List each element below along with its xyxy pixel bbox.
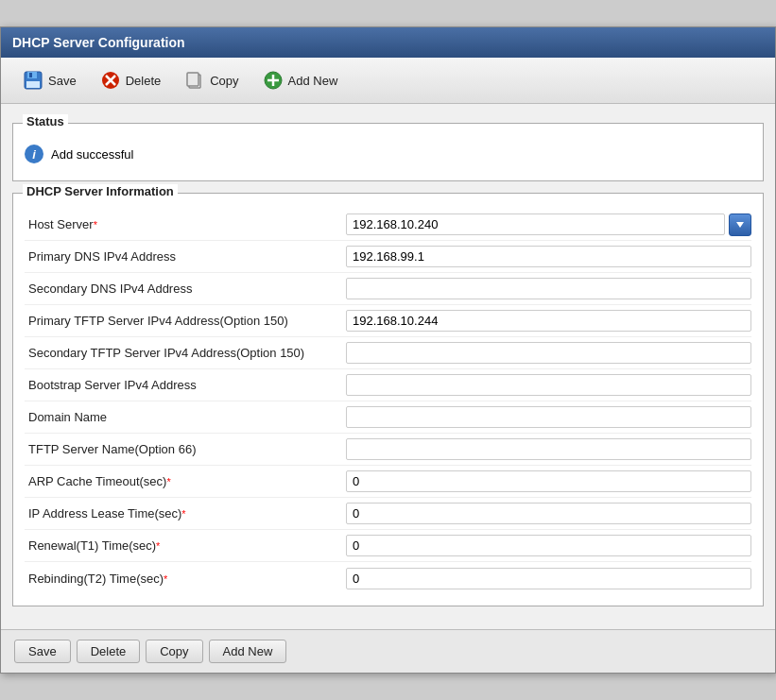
status-message: Add successful bbox=[51, 147, 133, 162]
field-primary-dns: Primary DNS IPv4 Address bbox=[25, 241, 751, 273]
dhcp-section-title: DHCP Server Information bbox=[23, 184, 178, 198]
renewal-t1-input[interactable] bbox=[346, 535, 751, 556]
field-domain-name: Domain Name bbox=[25, 401, 751, 434]
status-row: i Add successful bbox=[25, 139, 751, 169]
copy-icon bbox=[183, 69, 206, 92]
field-rebinding-t2: Rebinding(T2) Time(sec)* bbox=[25, 562, 751, 594]
dhcp-info-section: DHCP Server Information Host Server* bbox=[12, 193, 764, 606]
save-label-bottom: Save bbox=[28, 644, 57, 658]
label-ip-lease-time: IP Address Lease Time(sec)* bbox=[25, 501, 346, 526]
tftp-server-name-input[interactable] bbox=[346, 438, 751, 460]
value-tftp-server-name bbox=[346, 435, 751, 464]
value-renewal-t1 bbox=[346, 531, 751, 560]
save-button-bottom[interactable]: Save bbox=[14, 640, 71, 663]
field-secondary-tftp: Secondary TFTP Server IPv4 Address(Optio… bbox=[25, 337, 751, 369]
host-server-input[interactable] bbox=[346, 213, 725, 235]
top-toolbar: Save Delete Copy bbox=[1, 58, 775, 104]
delete-label: Delete bbox=[126, 74, 162, 88]
svg-rect-8 bbox=[187, 73, 198, 86]
rebinding-t2-input[interactable] bbox=[346, 568, 751, 589]
label-rebinding-t2: Rebinding(T2) Time(sec)* bbox=[25, 566, 346, 591]
label-secondary-tftp: Secondary TFTP Server IPv4 Address(Optio… bbox=[25, 340, 346, 366]
svg-rect-3 bbox=[29, 73, 32, 77]
status-content: i Add successful bbox=[13, 124, 763, 180]
ip-lease-time-input[interactable] bbox=[346, 503, 751, 524]
save-button[interactable]: Save bbox=[12, 65, 86, 95]
value-ip-lease-time bbox=[346, 499, 751, 528]
bootstrap-server-input[interactable] bbox=[346, 374, 751, 396]
svg-marker-12 bbox=[736, 222, 744, 228]
field-renewal-t1: Renewal(T1) Time(sec)* bbox=[25, 530, 751, 562]
field-arp-cache-timeout: ARP Cache Timeout(sec)* bbox=[25, 466, 751, 498]
secondary-dns-input[interactable] bbox=[346, 278, 751, 299]
main-window: DHCP Server Configuration Save bbox=[0, 26, 776, 674]
arp-cache-timeout-input[interactable] bbox=[346, 470, 751, 492]
copy-button-top[interactable]: Copy bbox=[174, 65, 248, 95]
required-marker-lease: * bbox=[181, 508, 185, 520]
svg-rect-2 bbox=[26, 81, 40, 88]
value-arp-cache-timeout bbox=[346, 467, 751, 496]
bottom-toolbar: Save Delete Copy Add New bbox=[1, 629, 775, 673]
label-host-server: Host Server* bbox=[25, 212, 346, 237]
copy-button-bottom[interactable]: Copy bbox=[146, 640, 202, 663]
copy-label-top: Copy bbox=[210, 74, 238, 88]
label-arp-cache-timeout: ARP Cache Timeout(sec)* bbox=[25, 469, 346, 494]
label-primary-tftp: Primary TFTP Server IPv4 Address(Option … bbox=[25, 308, 346, 333]
label-primary-dns: Primary DNS IPv4 Address bbox=[25, 244, 346, 269]
label-tftp-server-name: TFTP Server Name(Option 66) bbox=[25, 436, 346, 462]
delete-button-bottom[interactable]: Delete bbox=[77, 640, 141, 663]
secondary-tftp-input[interactable] bbox=[346, 342, 751, 364]
addnew-label-top: Add New bbox=[288, 74, 338, 88]
value-primary-tftp bbox=[346, 306, 751, 335]
field-tftp-server-name: TFTP Server Name(Option 66) bbox=[25, 434, 751, 466]
primary-dns-input[interactable] bbox=[346, 246, 751, 267]
info-icon: i bbox=[25, 145, 43, 163]
value-domain-name bbox=[346, 402, 751, 432]
host-server-wrapper bbox=[346, 213, 751, 236]
save-label: Save bbox=[48, 74, 77, 88]
required-marker: * bbox=[94, 219, 97, 230]
delete-label-bottom: Delete bbox=[91, 644, 127, 658]
delete-icon bbox=[99, 69, 122, 92]
label-renewal-t1: Renewal(T1) Time(sec)* bbox=[25, 533, 346, 558]
status-section: Status i Add successful bbox=[12, 123, 764, 181]
field-primary-tftp: Primary TFTP Server IPv4 Address(Option … bbox=[25, 305, 751, 337]
required-marker-arp: * bbox=[166, 476, 170, 487]
field-ip-lease-time: IP Address Lease Time(sec)* bbox=[25, 498, 751, 530]
dhcp-form-content: Host Server* bbox=[13, 194, 763, 606]
value-secondary-tftp bbox=[346, 338, 751, 367]
label-secondary-dns: Secondary DNS IPv4 Address bbox=[25, 276, 346, 301]
addnew-label-bottom: Add New bbox=[223, 644, 273, 658]
domain-name-input[interactable] bbox=[346, 406, 751, 428]
primary-tftp-input[interactable] bbox=[346, 310, 751, 332]
copy-label-bottom: Copy bbox=[160, 644, 188, 658]
label-bootstrap-server: Bootstrap Server IPv4 Address bbox=[25, 372, 346, 398]
field-host-server: Host Server* bbox=[25, 209, 751, 241]
title-bar: DHCP Server Configuration bbox=[1, 27, 775, 58]
value-secondary-dns bbox=[346, 274, 751, 303]
required-marker-t1: * bbox=[156, 540, 160, 552]
value-host-server bbox=[346, 210, 751, 240]
addnew-button-top[interactable]: Add New bbox=[252, 65, 348, 95]
addnew-icon bbox=[262, 69, 285, 92]
field-bootstrap-server: Bootstrap Server IPv4 Address bbox=[25, 369, 751, 401]
addnew-button-bottom[interactable]: Add New bbox=[209, 640, 287, 663]
save-icon bbox=[22, 69, 44, 92]
window-title: DHCP Server Configuration bbox=[12, 35, 185, 50]
required-marker-t2: * bbox=[164, 573, 167, 585]
host-server-select-button[interactable] bbox=[729, 213, 751, 236]
value-primary-dns bbox=[346, 242, 751, 271]
value-rebinding-t2 bbox=[346, 564, 751, 593]
label-domain-name: Domain Name bbox=[25, 404, 346, 430]
status-section-title: Status bbox=[23, 114, 68, 128]
content-area: Status i Add successful DHCP Server Info… bbox=[1, 104, 775, 629]
field-secondary-dns: Secondary DNS IPv4 Address bbox=[25, 273, 751, 305]
value-bootstrap-server bbox=[346, 370, 751, 400]
delete-button[interactable]: Delete bbox=[90, 65, 171, 95]
